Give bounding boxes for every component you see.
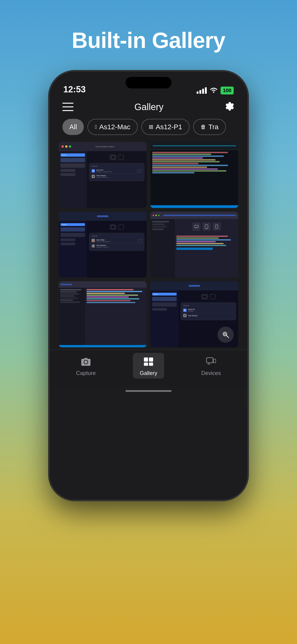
nav-title: Gallery xyxy=(74,102,224,112)
device-p1-6: ⊞ As15-P1 Windows xyxy=(183,308,234,313)
device-info-p1-6: As15-P1 Windows xyxy=(188,308,195,312)
zoom-button[interactable] xyxy=(218,326,234,343)
source-card-6: Source ⊞ As15-P1 Windows 📱 xyxy=(181,302,236,320)
device-info-p1: As12-P1 Windows · 192.168.0.101 xyxy=(96,169,112,172)
menu-line-1 xyxy=(62,103,74,104)
signal-bars-icon xyxy=(196,87,207,94)
tab-item-devices[interactable]: Devices xyxy=(194,353,228,379)
nav-bar: Gallery xyxy=(50,99,248,116)
screenshot-header-1: ScreenCapture Gallery xyxy=(59,142,147,151)
code-line-5 xyxy=(152,159,216,160)
icode-1 xyxy=(176,236,228,237)
device-icon-this: 📱 xyxy=(92,175,95,178)
gallery-item-3[interactable]: Capture xyxy=(59,212,147,278)
vs-code-1 xyxy=(86,289,134,290)
gallery-item-6[interactable]: Capture xyxy=(150,281,238,347)
tab-item-capture[interactable]: Capture xyxy=(69,353,103,379)
apple-icon:  xyxy=(95,124,97,130)
device-as12p1: ⊞ As12-P1 Windows · 192.168.0.101 xyxy=(92,168,142,174)
filter-tab-all[interactable]: All xyxy=(62,119,84,135)
icode-3 xyxy=(176,239,231,240)
home-indicator xyxy=(50,386,248,396)
screenshot-header-6 xyxy=(150,281,238,290)
gallery-item-2[interactable] xyxy=(150,142,238,208)
ide-device-icons xyxy=(175,219,238,234)
icode-button xyxy=(176,248,213,250)
ide-titlebar-4 xyxy=(150,212,238,219)
svg-rect-10 xyxy=(149,358,153,362)
source-card-3: Source 🍎 As12-Mac macOS · 192.168.1.56 xyxy=(89,233,144,251)
ide-code-area-4 xyxy=(175,234,238,278)
home-bar xyxy=(126,390,172,392)
icode-4 xyxy=(176,241,216,242)
svg-rect-14 xyxy=(214,359,216,363)
svg-rect-0 xyxy=(194,225,198,228)
vs-file-2 xyxy=(60,291,77,292)
icode-2 xyxy=(176,238,219,238)
icon-row xyxy=(89,154,144,161)
vs-code-8 xyxy=(86,302,136,303)
mac-dot-r xyxy=(153,215,154,216)
vscode-content-5 xyxy=(59,288,147,345)
screenshot-body-3: Capture xyxy=(59,221,147,278)
device-sub-p1: Windows · 192.168.0.101 xyxy=(96,171,112,172)
svg-line-6 xyxy=(226,335,228,338)
menu-icon[interactable] xyxy=(62,103,74,111)
filter-tab-all-label: All xyxy=(69,123,77,131)
sidebar-devices-3 xyxy=(60,233,85,237)
filter-tab-trash-label: Tra xyxy=(208,123,218,131)
device-box-1 xyxy=(192,222,200,231)
gallery-item-1[interactable]: ScreenCapture Gallery Capture xyxy=(59,142,147,208)
vscode-tab-5 xyxy=(60,284,72,285)
screen-inner-3 xyxy=(111,226,115,229)
gallery-item-4[interactable] xyxy=(150,212,238,278)
gallery-item-5[interactable] xyxy=(59,281,147,347)
status-bar: 12:53 100 xyxy=(50,72,248,99)
battery-badge: 100 xyxy=(220,86,234,94)
sidebar-devices-6 xyxy=(152,302,176,306)
filter-tab-p1-label: As12-P1 xyxy=(156,123,182,131)
trash-icon: 🗑 xyxy=(200,124,206,130)
app-sidebar-6: Capture xyxy=(150,290,178,347)
window-icon-3 xyxy=(118,224,124,230)
ide-tab xyxy=(163,215,236,216)
signal-bar-1 xyxy=(196,92,198,94)
device-name-p1: As12-P1 xyxy=(96,169,112,171)
source-label-6: Source xyxy=(183,304,234,306)
code-lines-2 xyxy=(150,150,238,175)
device-info-mac: As12-Mac macOS · 192.168.1.56 xyxy=(96,239,110,242)
device-info-this-3: This Device Windows · As12-P1 xyxy=(96,244,108,248)
code-header-2 xyxy=(150,142,238,150)
blue-pill xyxy=(97,215,108,217)
svg-rect-1 xyxy=(196,228,197,228)
mac-dot-y xyxy=(156,215,157,216)
settings-button[interactable] xyxy=(224,101,234,112)
device-icon-mac: 🍎 xyxy=(92,239,95,242)
source-label-3: Source xyxy=(92,235,142,237)
device-this: 📱 This Device macOS · As12-Mac xyxy=(92,174,142,179)
status-icons: 100 xyxy=(196,86,234,94)
vscode-editor-5 xyxy=(85,288,147,345)
device-this-3: ⊞ This Device Windows · As12-P1 xyxy=(92,244,142,249)
tab-item-gallery[interactable]: Gallery xyxy=(133,353,164,379)
signal-bar-4 xyxy=(205,87,207,94)
device-box-3 xyxy=(212,222,221,231)
code-line-6 xyxy=(152,161,220,162)
svg-rect-12 xyxy=(149,362,153,366)
file-4 xyxy=(152,228,164,230)
vs-code-4 xyxy=(86,294,138,296)
device-box-2 xyxy=(202,222,211,231)
sidebar-settings xyxy=(60,169,75,172)
devices-icon xyxy=(205,355,218,368)
device-thumb-mac xyxy=(138,239,142,242)
sidebar-gallery-3 xyxy=(60,227,85,232)
filter-tab-mac[interactable]:  As12-Mac xyxy=(88,119,138,135)
vs-file-1 xyxy=(60,289,81,290)
code-line-1 xyxy=(152,152,228,153)
window-icon xyxy=(118,155,124,160)
filter-tab-p1[interactable]: ⊞ As12-P1 xyxy=(141,119,190,135)
filter-tab-trash[interactable]: 🗑 Tra xyxy=(193,119,226,135)
wifi-icon xyxy=(210,87,217,94)
code-line-12 xyxy=(152,172,194,174)
phone-screen: 12:53 100 xyxy=(50,72,248,500)
